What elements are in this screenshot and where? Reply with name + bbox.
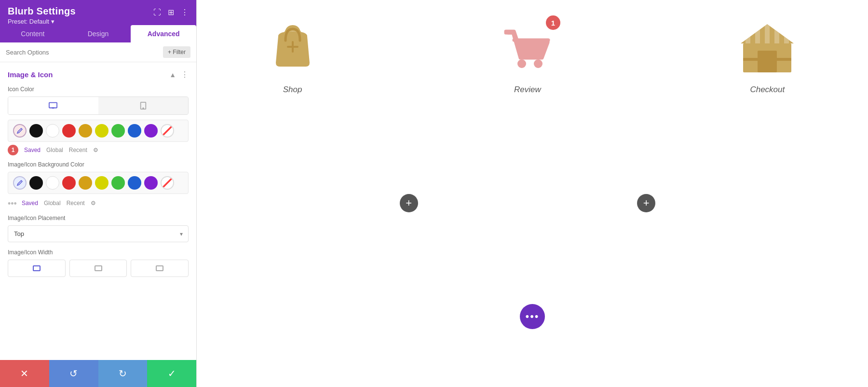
filter-button[interactable]: + Filter	[163, 46, 190, 58]
checkout-label: Checkout	[750, 85, 785, 95]
width-label: Image/Icon Width	[8, 249, 189, 256]
svg-rect-6	[95, 266, 102, 271]
white-swatch-2[interactable]	[46, 176, 59, 190]
svg-rect-18	[743, 58, 791, 61]
fullscreen-icon[interactable]: ⛶	[153, 8, 161, 17]
eyedropper-swatch-2[interactable]	[13, 176, 27, 190]
white-swatch-1[interactable]	[46, 124, 59, 138]
tablet-tab[interactable]	[98, 97, 189, 114]
review-badge: 1	[546, 15, 560, 30]
layout-icon[interactable]: ⊞	[168, 8, 174, 17]
sidebar-footer: ✕ ↺ ↻ ✓	[0, 360, 196, 387]
yellow-swatch-1[interactable]	[95, 124, 108, 138]
header-icons: ⛶ ⊞ ⋮	[153, 6, 189, 17]
tab-advanced[interactable]: Advanced	[131, 25, 196, 42]
search-input[interactable]	[6, 49, 163, 56]
green-swatch-1[interactable]	[111, 124, 125, 138]
icon-color-label: Icon Color	[8, 86, 189, 93]
svg-rect-0	[49, 103, 57, 108]
bg-color-picker	[8, 172, 189, 194]
black-swatch-2[interactable]	[29, 176, 43, 190]
icon-color-picker	[8, 120, 189, 142]
global-tab-1[interactable]: Global	[46, 147, 63, 153]
sidebar-preset: Preset: Default ▾	[8, 18, 76, 25]
saved-tab-2[interactable]: Saved	[22, 200, 38, 207]
section-collapse-icon[interactable]: ▲	[169, 71, 176, 79]
blurb-review: 1 Review	[499, 19, 556, 95]
width-btn-3[interactable]	[131, 260, 189, 277]
section-title: Image & Icon	[8, 70, 53, 79]
red-swatch-2[interactable]	[62, 176, 76, 190]
placement-select[interactable]: Top Left Right Bottom	[8, 225, 189, 242]
width-btn-2[interactable]	[69, 260, 127, 277]
search-bar: + Filter	[0, 42, 196, 62]
sidebar-title: Blurb Settings	[8, 6, 76, 17]
plus-button-2[interactable]: +	[637, 194, 655, 212]
svg-point-4	[143, 108, 144, 109]
shop-icon-wrap	[266, 19, 319, 77]
blurb-shop: Shop	[266, 19, 319, 95]
purple-swatch-2[interactable]	[144, 176, 158, 190]
gold-swatch-1[interactable]	[79, 124, 92, 138]
sidebar-content: Image & Icon ▲ ⋮ Icon Color	[0, 62, 196, 360]
section-options-icon[interactable]: ⋮	[181, 70, 189, 79]
sidebar: Blurb Settings Preset: Default ▾ ⛶ ⊞ ⋮ C…	[0, 0, 197, 387]
green-swatch-2[interactable]	[111, 176, 125, 190]
tab-content[interactable]: Content	[0, 25, 66, 42]
svg-point-14	[534, 59, 542, 68]
shop-label: Shop	[283, 85, 302, 95]
gold-swatch-2[interactable]	[79, 176, 92, 190]
cancel-button[interactable]: ✕	[0, 360, 49, 387]
svg-rect-5	[33, 266, 40, 271]
blurb-checkout: Checkout	[736, 19, 799, 95]
black-swatch-1[interactable]	[29, 124, 43, 138]
placement-dropdown-wrapper: Top Left Right Bottom ▾	[8, 225, 189, 242]
eyedropper-swatch-1[interactable]	[13, 124, 27, 138]
purple-dots-button[interactable]: •••	[520, 304, 545, 329]
checkout-icon-wrap	[736, 19, 799, 77]
checkout-icon	[736, 19, 799, 77]
color-settings-icon-2[interactable]: ⚙	[91, 200, 96, 207]
color-settings-icon-1[interactable]: ⚙	[93, 147, 98, 153]
width-btn-1[interactable]	[8, 260, 66, 277]
transparent-swatch-2[interactable]	[161, 176, 174, 190]
badge-1: 1	[8, 145, 18, 155]
sidebar-header: Blurb Settings Preset: Default ▾ ⛶ ⊞ ⋮	[0, 0, 196, 25]
device-preview-tabs	[8, 97, 189, 115]
review-icon-wrap: 1	[499, 19, 556, 77]
bg-color-label: Image/Icon Background Color	[8, 161, 189, 168]
tabs-bar: Content Design Advanced	[0, 25, 196, 42]
saved-tab-1[interactable]: Saved	[24, 147, 41, 153]
placement-label: Image/Icon Placement	[8, 215, 189, 221]
svg-point-13	[517, 59, 526, 68]
recent-tab-1[interactable]: Recent	[69, 147, 87, 153]
desktop-tab[interactable]	[8, 97, 98, 114]
save-button[interactable]: ✓	[147, 360, 196, 387]
blue-swatch-2[interactable]	[128, 176, 141, 190]
redo-button[interactable]: ↻	[98, 360, 148, 387]
svg-rect-7	[156, 266, 163, 271]
width-controls	[8, 260, 189, 277]
global-tab-2[interactable]: Global	[44, 200, 61, 207]
tab-design[interactable]: Design	[66, 25, 131, 42]
transparent-swatch-1[interactable]	[161, 124, 174, 138]
shop-icon	[266, 19, 319, 77]
yellow-swatch-2[interactable]	[95, 176, 108, 190]
purple-swatch-1[interactable]	[144, 124, 158, 138]
review-label: Review	[514, 85, 541, 95]
more-dots-icon[interactable]: •••	[8, 199, 17, 209]
svg-rect-12	[292, 41, 294, 53]
undo-button[interactable]: ↺	[49, 360, 98, 387]
recent-tab-2[interactable]: Recent	[67, 200, 85, 207]
image-icon-section-header: Image & Icon ▲ ⋮	[8, 70, 189, 79]
svg-rect-17	[758, 51, 777, 72]
more-icon[interactable]: ⋮	[181, 8, 189, 17]
red-swatch-1[interactable]	[62, 124, 76, 138]
blue-swatch-1[interactable]	[128, 124, 141, 138]
main-canvas: Shop + 1 Review +	[197, 0, 868, 387]
plus-button-1[interactable]: +	[400, 194, 418, 212]
